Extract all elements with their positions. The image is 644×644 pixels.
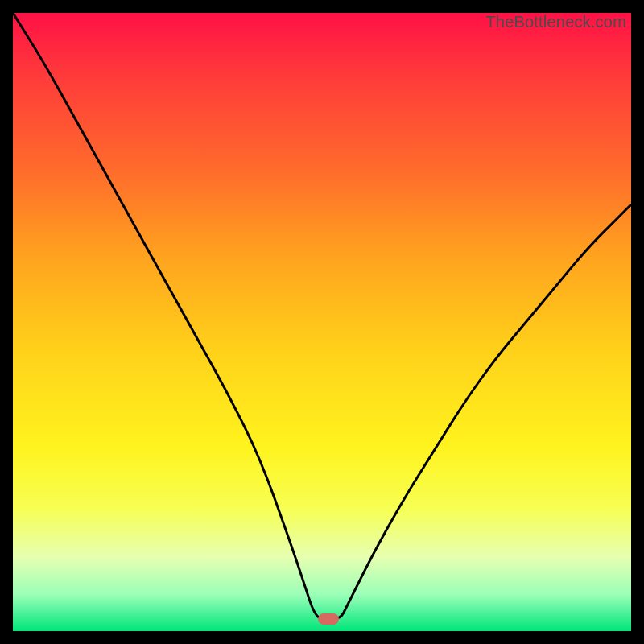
bottleneck-curve <box>13 13 631 631</box>
curve-path <box>13 13 631 619</box>
minimum-marker <box>318 613 339 625</box>
chart-stage: TheBottleneck.com <box>0 0 644 644</box>
plot-area: TheBottleneck.com <box>13 13 631 631</box>
watermark-label: TheBottleneck.com <box>485 13 626 31</box>
